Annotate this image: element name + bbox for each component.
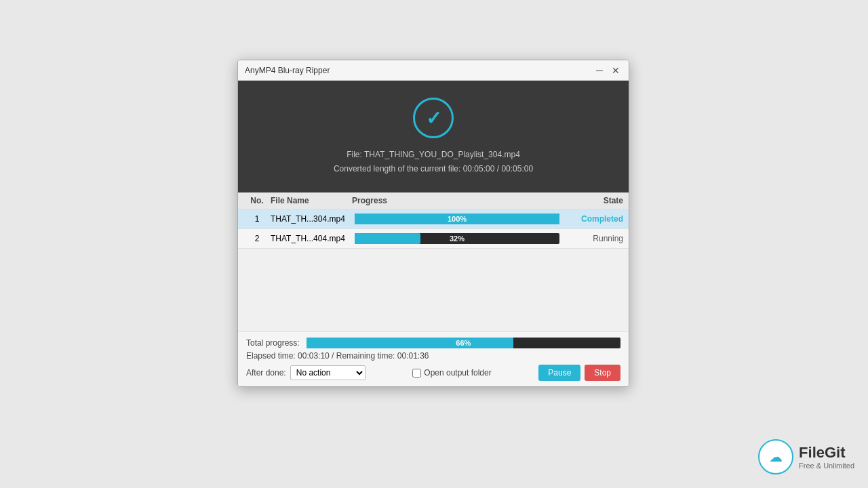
table-row[interactable]: 2 THAT_TH...404.mp4 32% Running	[238, 229, 629, 249]
row-state: Running	[562, 234, 623, 243]
check-circle: ✓	[413, 98, 454, 138]
row-state: Completed	[562, 214, 623, 224]
status-area: ✓ File: THAT_THING_YOU_DO_Playlist_304.m…	[238, 81, 629, 192]
after-done-group: After done: No action Exit application S…	[246, 365, 366, 380]
total-progress-bar: 66%	[307, 338, 620, 348]
progress-bar-container: 32%	[355, 233, 559, 244]
table-header: No. File Name Progress State	[238, 192, 629, 209]
col-header-progress: Progress	[352, 196, 562, 205]
filegit-badge: ☁ FileGit Free & Unlimited	[758, 439, 854, 474]
filegit-icon: ☁	[769, 449, 783, 465]
total-progress-text: 66%	[456, 339, 471, 347]
open-folder-checkbox[interactable]	[412, 369, 421, 378]
file-label: File: THAT_THING_YOU_DO_Playlist_304.mp4	[334, 148, 533, 161]
elapsed-row: Elapsed time: 00:03:10 / Remaining time:…	[246, 351, 620, 361]
row-no: 1	[243, 214, 271, 224]
after-done-select[interactable]: No action Exit application Shut down Hib…	[290, 365, 366, 380]
col-header-state: State	[562, 196, 623, 205]
total-progress-fill	[307, 338, 514, 348]
progress-label: 32%	[450, 235, 465, 243]
row-filename: THAT_TH...304.mp4	[271, 214, 352, 224]
filegit-logo: ☁	[758, 439, 793, 474]
col-header-filename: File Name	[271, 196, 352, 205]
actions-row: After done: No action Exit application S…	[246, 365, 620, 381]
filegit-sub: Free & Unlimited	[799, 462, 854, 470]
table-row[interactable]: 1 THAT_TH...304.mp4 100% Completed	[238, 209, 629, 229]
title-bar: AnyMP4 Blu-ray Ripper ─ ✕	[238, 60, 629, 81]
app-window: AnyMP4 Blu-ray Ripper ─ ✕ ✓ File: THAT_T…	[237, 60, 629, 387]
total-progress-label: Total progress:	[246, 338, 300, 348]
close-button[interactable]: ✕	[610, 64, 622, 77]
status-text: File: THAT_THING_YOU_DO_Playlist_304.mp4…	[334, 148, 533, 176]
pause-button[interactable]: Pause	[538, 365, 580, 381]
minimize-button[interactable]: ─	[593, 64, 606, 77]
progress-label: 100%	[448, 215, 467, 223]
open-folder-group: Open output folder	[412, 368, 491, 378]
window-title: AnyMP4 Blu-ray Ripper	[245, 66, 330, 75]
filegit-text: FileGit Free & Unlimited	[799, 444, 854, 470]
filegit-name: FileGit	[799, 444, 854, 462]
stop-button[interactable]: Stop	[585, 365, 620, 381]
table-body: 1 THAT_TH...304.mp4 100% Completed 2 THA…	[238, 209, 629, 331]
open-folder-label: Open output folder	[424, 368, 491, 378]
after-done-label: After done:	[246, 368, 286, 378]
col-header-no: No.	[243, 196, 271, 205]
check-icon: ✓	[426, 107, 441, 129]
window-controls: ─ ✕	[593, 64, 622, 77]
buttons-group: Pause Stop	[538, 365, 620, 381]
progress-bar-fill	[355, 233, 420, 244]
row-filename: THAT_TH...404.mp4	[271, 234, 352, 243]
total-progress-row: Total progress: 66%	[246, 338, 620, 348]
progress-bar-container: 100%	[355, 214, 559, 224]
row-no: 2	[243, 234, 271, 243]
footer-area: Total progress: 66% Elapsed time: 00:03:…	[238, 331, 629, 386]
converted-label: Converted length of the current file: 00…	[334, 162, 533, 176]
